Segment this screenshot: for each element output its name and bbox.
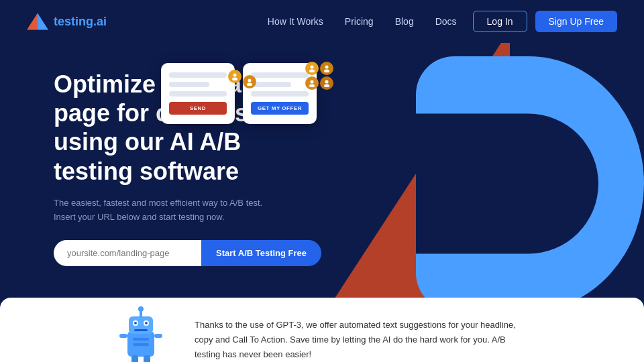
svg-point-17	[138, 306, 144, 312]
robot-illustration	[114, 304, 174, 362]
hero-section: SEND GET MY OFFER Optimize your landing …	[0, 43, 644, 318]
robot-svg	[114, 304, 168, 362]
nav-links: How It Works Pricing Blog Docs	[268, 16, 457, 27]
brand-accent: .ai	[93, 15, 107, 28]
nav-docs[interactable]: Docs	[435, 16, 457, 27]
signup-button[interactable]: Sign Up Free	[535, 11, 617, 32]
card-bar	[169, 91, 227, 97]
card-bar	[251, 82, 291, 87]
svg-rect-25	[119, 334, 127, 338]
svg-point-9	[324, 70, 329, 73]
svg-point-10	[311, 80, 314, 84]
svg-point-3	[232, 78, 237, 81]
svg-rect-15	[129, 316, 153, 334]
navigation: testing.ai How It Works Pricing Blog Doc…	[0, 0, 644, 43]
svg-point-13	[324, 84, 329, 88]
avatar	[305, 62, 319, 75]
brand-name: testing.ai	[54, 15, 107, 29]
svg-rect-28	[144, 355, 150, 362]
svg-point-12	[325, 80, 329, 84]
avatar-group-b	[305, 62, 340, 90]
svg-point-8	[325, 66, 329, 69]
hero-subtitle: The easiest, fastest and most efficient …	[54, 196, 268, 225]
bottom-description: Thanks to the use of GPT-3, we offer aut…	[195, 318, 530, 362]
login-button[interactable]: Log In	[473, 11, 527, 32]
nav-buttons: Log In Sign Up Free	[473, 11, 617, 32]
svg-point-4	[248, 79, 252, 82]
svg-point-2	[233, 74, 237, 77]
svg-marker-0	[27, 13, 38, 30]
logo-link[interactable]: testing.ai	[27, 13, 107, 30]
avatar	[228, 70, 241, 83]
svg-rect-22	[134, 329, 148, 331]
card-a-button: SEND	[169, 102, 227, 115]
svg-marker-1	[38, 13, 48, 30]
nav-pricing[interactable]: Pricing	[345, 16, 374, 27]
svg-rect-27	[131, 355, 138, 362]
svg-point-5	[247, 83, 252, 86]
svg-point-11	[309, 84, 315, 88]
logo-icon	[27, 13, 48, 30]
avatar	[305, 76, 319, 90]
svg-rect-23	[133, 338, 149, 341]
bottom-section: Thanks to the use of GPT-3, we offer aut…	[0, 298, 644, 362]
b-letter-shape	[416, 56, 644, 311]
svg-point-20	[134, 322, 137, 324]
hero-form: Start A/B Testing Free	[54, 240, 322, 266]
svg-point-6	[311, 66, 314, 69]
card-a: SEND	[161, 63, 235, 124]
bottom-paragraph: Thanks to the use of GPT-3, we offer aut…	[195, 318, 530, 362]
card-b-button: GET MY OFFER	[251, 102, 309, 115]
card-bar	[251, 72, 309, 78]
start-testing-button[interactable]: Start A/B Testing Free	[201, 240, 321, 266]
card-bar	[169, 82, 209, 87]
nav-blog[interactable]: Blog	[395, 16, 414, 27]
avatar	[320, 76, 333, 90]
url-input[interactable]	[54, 240, 201, 266]
avatar	[243, 75, 256, 88]
svg-rect-26	[154, 334, 162, 338]
card-bar	[251, 91, 309, 97]
avatar-group-a	[228, 70, 256, 88]
brand-name-text: testing	[54, 15, 93, 28]
nav-how-it-works[interactable]: How It Works	[268, 16, 323, 27]
avatar	[320, 62, 333, 75]
svg-point-21	[145, 322, 148, 324]
svg-point-7	[309, 70, 315, 73]
svg-rect-24	[133, 343, 149, 346]
card-bar	[169, 72, 227, 78]
